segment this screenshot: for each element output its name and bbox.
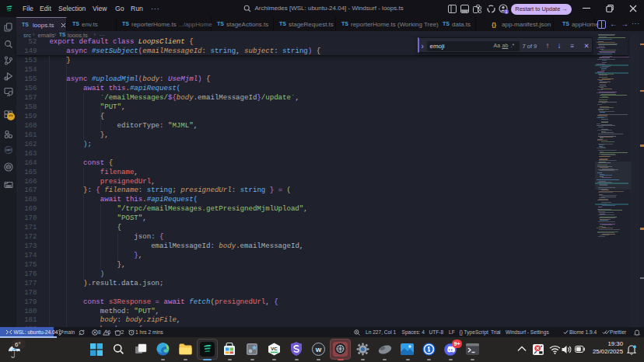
svg-text:1: 1 xyxy=(505,9,507,14)
svg-text:9+: 9+ xyxy=(454,341,460,346)
svg-text:W: W xyxy=(316,346,322,353)
svg-text:VC: VC xyxy=(271,346,278,350)
